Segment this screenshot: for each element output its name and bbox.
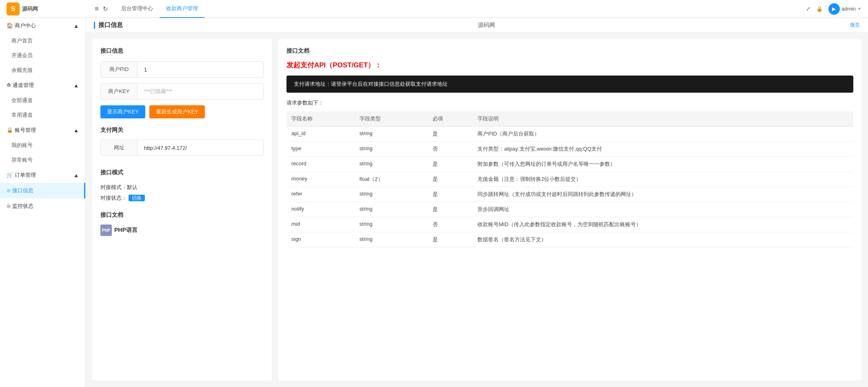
section1-title: 接口信息 <box>100 47 264 55</box>
status-tag[interactable]: 切换 <box>129 195 145 201</box>
right-panel: 接口文档 发起支付API（POST/GET）： 支付请求地址：请登录平台后在对接… <box>278 39 861 380</box>
cell-name: notify <box>286 202 355 217</box>
cell-name: record <box>286 157 355 172</box>
table-row: refer string 是 同步跳转网址（支付成功或支付超时后同跳转到此参数传… <box>286 187 853 202</box>
chevron-up-icon: ▲ <box>73 23 79 29</box>
sidebar-header-api[interactable]: ⊙ 接口信息 <box>0 183 85 198</box>
cell-desc: 数据签名（签名方法见下文） <box>473 232 853 247</box>
doc-title: 接口文档 <box>286 47 853 55</box>
api-table: 字段名称 字段类型 必填 字段说明 api_id string 是 商户PID（… <box>286 111 853 247</box>
sidebar-item-all-channels[interactable]: 全部通道 <box>0 93 85 108</box>
sidebar-section-label: ⊙ 监控状态 <box>7 202 33 210</box>
php-doc-row: PHP PHP语言 <box>100 225 264 236</box>
sidebar-header-order[interactable]: 🛒 订单管理 ▲ <box>0 167 85 183</box>
sidebar-section-label: ⊙ 接口信息 <box>7 187 33 194</box>
section-channel-mgmt: ⟰ 通道管理 ▲ 全部通道 常用通道 <box>0 78 85 122</box>
tab-merchant[interactable]: 收款商户管理 <box>160 0 204 18</box>
sidebar-section-label: 🏠 商户中心 <box>7 22 36 29</box>
table-row: type string 否 支付类型：alipay:支付宝,weixin:微信支… <box>286 142 853 157</box>
table-row: mid string 否 收款账号MID（传入此参数指定收款账号，为空则随机匹配… <box>286 217 853 232</box>
col-header-name: 字段名称 <box>286 111 355 127</box>
sidebar-header-merchant[interactable]: 🏠 商户中心 ▲ <box>0 18 85 33</box>
regen-key-button[interactable]: 重新生成商户KEY <box>149 105 205 118</box>
menu-icon[interactable]: ≡ <box>95 5 99 13</box>
url-box: 支付请求地址：请登录平台后在对接接口信息处获取支付请求地址 <box>286 76 853 93</box>
cell-required: 否 <box>428 217 473 232</box>
refresh-icon[interactable]: ↻ <box>103 5 108 13</box>
mode-info: 对接模式：默认 对接状态： 切换 <box>100 182 264 203</box>
sidebar-header-channel[interactable]: ⟰ 通道管理 ▲ <box>0 78 85 93</box>
url-label: 网址 <box>101 140 138 156</box>
col-header-type: 字段类型 <box>355 111 428 127</box>
title-bar-line <box>94 22 95 29</box>
section3-title: 接口模式 <box>100 169 264 176</box>
page-header: 接口信息 源码网 微页 <box>86 18 868 33</box>
pid-label: 商户PID <box>101 62 138 77</box>
cell-type: string <box>355 232 428 247</box>
mode-label: 对接模式：默认 <box>100 182 264 193</box>
cell-name: type <box>286 142 355 157</box>
page-title-bar: 接口信息 <box>94 21 123 29</box>
cell-type: string <box>355 202 428 217</box>
chevron-down-icon: ▲ <box>73 172 79 178</box>
sidebar-section-label: ⟰ 通道管理 <box>7 82 34 89</box>
php-label: PHP语言 <box>114 227 138 234</box>
sidebar-header-account[interactable]: 🔒 账号管理 ▲ <box>0 122 85 138</box>
tab-backend[interactable]: 后台管理中心 <box>115 0 160 18</box>
cell-name: sign <box>286 232 355 247</box>
sidebar-item-my-account[interactable]: 我的账号 <box>0 138 85 153</box>
cell-type: string <box>355 157 428 172</box>
section-order-mgmt: 🛒 订单管理 ▲ <box>0 167 85 183</box>
admin-label: admin <box>841 6 856 12</box>
sidebar: 🏠 商户中心 ▲ 商户首页 开通会员 余额充值 ⟰ 通道管理 ▲ 全部通道 常用… <box>0 18 86 387</box>
logo-text: 源码网 <box>22 5 38 13</box>
cell-required: 是 <box>428 202 473 217</box>
cell-required: 是 <box>428 172 473 187</box>
sidebar-item-merchant-home[interactable]: 商户首页 <box>0 33 85 48</box>
admin-button[interactable]: ▶ admin ▼ <box>828 3 861 15</box>
show-key-button[interactable]: 显示商户KEY <box>100 105 145 118</box>
left-panel: 接口信息 商户PID 1 商户KEY ***已隐藏*** 显示商户KEY 重新生 <box>92 39 272 380</box>
avatar: ▶ <box>828 3 840 15</box>
section-api-info: ⊙ 接口信息 <box>0 183 85 198</box>
sidebar-item-common-channels[interactable]: 常用通道 <box>0 108 85 122</box>
main-layout: 🏠 商户中心 ▲ 商户首页 开通会员 余额充值 ⟰ 通道管理 ▲ 全部通道 常用… <box>0 18 868 387</box>
page-title: 接口信息 <box>98 21 123 29</box>
table-row: record string 是 附加参数（可传入您网址的订单号或用户名等唯一一参… <box>286 157 853 172</box>
top-navigation: S 源码网 ≡ ↻ 后台管理中心 收款商户管理 ⤢ 🔒 ▶ admin ▼ <box>0 0 868 18</box>
pid-value: 1 <box>138 62 263 77</box>
key-value: ***已隐藏*** <box>138 84 263 99</box>
cell-desc: 异步回调网址 <box>473 202 853 217</box>
cell-type: string <box>355 217 428 232</box>
pid-field-row: 商户PID 1 <box>100 61 264 78</box>
cell-name: api_id <box>286 127 355 142</box>
preview-button[interactable]: 微页 <box>850 22 860 29</box>
url-value: http://47.97.4.172/ <box>138 141 263 155</box>
sidebar-header-monitor[interactable]: ⊙ 监控状态 <box>0 198 85 214</box>
table-row: notify string 是 异步回调网址 <box>286 202 853 217</box>
sidebar-item-recharge[interactable]: 余额充值 <box>0 63 85 78</box>
sidebar-section-label: 🛒 订单管理 <box>7 171 36 179</box>
cell-name: refer <box>286 187 355 202</box>
cell-desc: 收款账号MID（传入此参数指定收款账号，为空则随机匹配出账账号） <box>473 217 853 232</box>
lock-icon[interactable]: 🔒 <box>816 6 823 12</box>
cell-desc: 同步跳转网址（支付成功或支付超时后同跳转到此参数传递的网址） <box>473 187 853 202</box>
expand-icon[interactable]: ⤢ <box>806 6 810 12</box>
sidebar-item-activate-member[interactable]: 开通会员 <box>0 48 85 63</box>
cell-type: float（2） <box>355 172 428 187</box>
php-icon: PHP <box>100 225 112 236</box>
api-heading: 发起支付API（POST/GET）： <box>286 60 853 70</box>
key-btn-row: 显示商户KEY 重新生成商户KEY <box>100 105 264 118</box>
section-account-mgmt: 🔒 账号管理 ▲ 我的账号 异常账号 <box>0 122 85 167</box>
key-label: 商户KEY <box>101 84 138 99</box>
content-row: 接口信息 商户PID 1 商户KEY ***已隐藏*** 显示商户KEY 重新生 <box>92 39 861 380</box>
section4-title: 接口文档 <box>100 211 264 219</box>
nav-right: ⤢ 🔒 ▶ admin ▼ <box>806 3 861 15</box>
sidebar-item-abnormal-account[interactable]: 异常账号 <box>0 153 85 167</box>
table-row: sign string 是 数据签名（签名方法见下文） <box>286 232 853 247</box>
section2-title: 支付网关 <box>100 127 264 134</box>
cell-desc: 支付类型：alipay:支付宝,weixin:微信支付,qq:QQ支付 <box>473 142 853 157</box>
nav-icons: ≡ ↻ <box>95 5 108 13</box>
cell-required: 是 <box>428 232 473 247</box>
cell-type: string <box>355 142 428 157</box>
